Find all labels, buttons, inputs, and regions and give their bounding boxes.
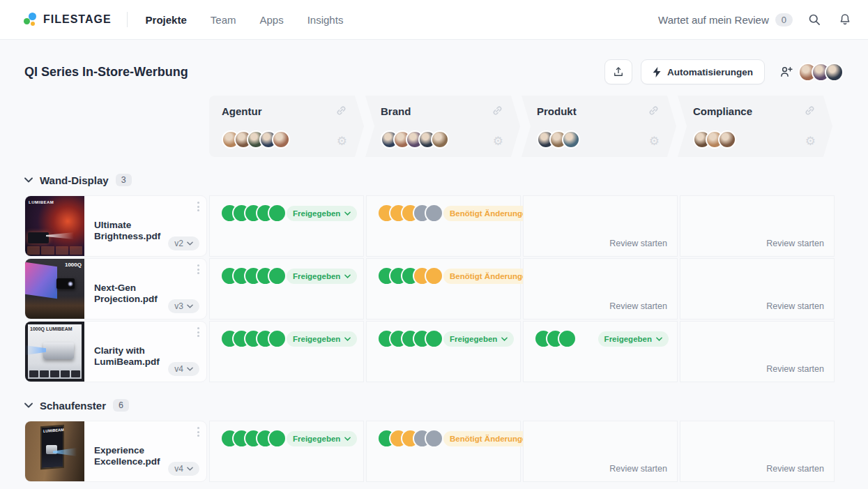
status-badge[interactable]: Freigegeben [287, 331, 357, 347]
chevron-down-icon [344, 211, 351, 216]
link-chain-icon[interactable] [804, 105, 816, 116]
start-review-link[interactable]: Review starten [609, 301, 667, 311]
upload-button[interactable] [604, 59, 632, 84]
file-card[interactable]: 1000Q Next-Gen Projection.pdf v3 [24, 258, 207, 319]
reviewer-avatars[interactable] [693, 130, 736, 149]
review-status-cell: Review starten [680, 195, 835, 257]
version-label: v4 [174, 364, 183, 374]
nav-item-team[interactable]: Team [211, 14, 236, 26]
reviewer-status-dots [377, 329, 443, 348]
board-body: Wand-Display 3 LUMIBEAM Ultimate Brightn… [0, 174, 868, 482]
filestage-logo[interactable]: FILESTAGE [24, 12, 112, 27]
gear-icon[interactable]: ⚙ [493, 135, 503, 147]
more-options-kebab-icon[interactable] [197, 427, 199, 437]
file-thumbnail: LUMIBEAM [25, 421, 84, 481]
more-options-kebab-icon[interactable] [197, 202, 199, 211]
chevron-down-icon [24, 403, 33, 408]
start-review-link[interactable]: Review starten [766, 301, 824, 311]
gear-icon[interactable]: ⚙ [337, 135, 347, 147]
version-dropdown[interactable]: v3 [168, 299, 199, 313]
start-review-link[interactable]: Review starten [766, 464, 824, 474]
waiting-for-review[interactable]: Wartet auf mein Review 0 [658, 13, 793, 27]
chevron-down-icon [187, 241, 193, 246]
add-person-icon[interactable] [777, 63, 795, 81]
reviewer-dot-green [268, 429, 287, 448]
review-count-badge: 0 [775, 13, 793, 27]
version-dropdown[interactable]: v4 [168, 362, 199, 376]
gear-icon[interactable]: ⚙ [649, 135, 660, 147]
automations-button[interactable]: Automatisierungen [641, 59, 765, 84]
reviewer-avatars[interactable] [222, 130, 290, 149]
version-label: v2 [174, 239, 183, 248]
more-options-kebab-icon[interactable] [197, 327, 199, 337]
chevron-down-icon [24, 177, 33, 183]
review-status-cell: Freigegeben [209, 321, 364, 382]
start-review-link[interactable]: Review starten [766, 239, 824, 248]
link-chain-icon[interactable] [648, 105, 660, 116]
reviewer-dot-orange [425, 266, 443, 285]
file-card[interactable]: 1000Q LUMIBEAM Clarity with LumiBeam.pdf… [24, 321, 207, 382]
reviewer-avatars[interactable] [381, 130, 449, 149]
link-chain-icon[interactable] [335, 105, 347, 116]
reviewer-dot-green [268, 329, 287, 348]
status-badge[interactable]: Freigegeben [287, 431, 357, 446]
section-toggle[interactable]: Wand-Display 3 [24, 174, 868, 186]
file-card[interactable]: LUMIBEAM Ultimate Brightness.pdf v2 [24, 195, 207, 257]
waiting-for-review-label: Wartet auf mein Review [658, 14, 769, 26]
review-step-title: Brand [381, 105, 508, 117]
file-thumbnail: 1000Q LUMIBEAM [25, 322, 84, 382]
lightning-icon [653, 67, 662, 77]
status-badge[interactable]: Freigegeben [287, 206, 357, 221]
start-review-link[interactable]: Review starten [609, 464, 667, 474]
version-label: v3 [174, 301, 183, 311]
more-options-kebab-icon[interactable] [197, 264, 199, 274]
gear-icon[interactable]: ⚙ [805, 135, 816, 147]
chevron-down-icon [344, 337, 351, 341]
status-badge[interactable]: Freigegeben [287, 269, 357, 284]
review-status-cell: Freigegeben [366, 321, 521, 382]
project-title: QI Series In-Store-Werbung [24, 65, 188, 80]
review-status-cell: Benötigt Änderungen [366, 421, 521, 482]
review-step-card: Brand ⚙ [365, 96, 520, 157]
review-status-cell: Benötigt Änderungen [366, 195, 521, 257]
section-count-badge: 6 [113, 399, 129, 412]
start-review-link[interactable]: Review starten [609, 239, 667, 248]
chevron-down-icon [344, 437, 351, 441]
reviewer-status-dots [377, 266, 443, 285]
nav-item-projekte[interactable]: Projekte [146, 14, 187, 26]
divider [127, 12, 128, 27]
notifications-bell-icon[interactable] [836, 10, 854, 29]
file-card[interactable]: LUMIBEAM Experience Excellence.pdf v4 [24, 421, 207, 482]
section-toggle[interactable]: Schaufenster 6 [24, 399, 868, 412]
status-badge[interactable]: Freigegeben [443, 331, 514, 347]
reviewer-dot-green [558, 329, 577, 348]
link-chain-icon[interactable] [492, 105, 503, 116]
chevron-down-icon [344, 274, 351, 278]
reviewer-dot-gray [425, 429, 443, 448]
review-status-cell: Benötigt Änderungen [366, 258, 521, 319]
chevron-down-icon [187, 467, 193, 471]
nav-item-apps[interactable]: Apps [259, 14, 283, 26]
search-icon[interactable] [805, 10, 823, 29]
version-label: v4 [174, 464, 183, 474]
project-member-avatars[interactable] [798, 63, 844, 82]
review-step-title: Produkt [537, 105, 664, 117]
reviewer-dot-green [268, 266, 287, 285]
filestage-logo-icon [24, 12, 38, 27]
start-review-link[interactable]: Review starten [766, 364, 824, 374]
reviewer-avatars[interactable] [537, 130, 580, 149]
status-badge[interactable]: Freigegeben [598, 331, 669, 347]
chevron-down-icon [187, 304, 193, 308]
review-step-card: Agentur ⚙ [209, 96, 364, 157]
review-step-card: Compliance ⚙ [678, 96, 832, 157]
review-step-card: Produkt ⚙ [521, 96, 676, 157]
version-dropdown[interactable]: v4 [168, 462, 199, 476]
review-status-cell: Freigegeben [209, 195, 364, 257]
chevron-down-icon [501, 337, 508, 341]
section-label: Schaufenster [40, 400, 106, 412]
nav-item-insights[interactable]: Insights [307, 14, 344, 26]
review-status-cell: Freigegeben [523, 321, 678, 382]
version-dropdown[interactable]: v2 [168, 236, 199, 250]
file-row: LUMIBEAM Ultimate Brightness.pdf v2 Frei… [24, 195, 868, 257]
reviewer-dot-green [268, 204, 287, 223]
